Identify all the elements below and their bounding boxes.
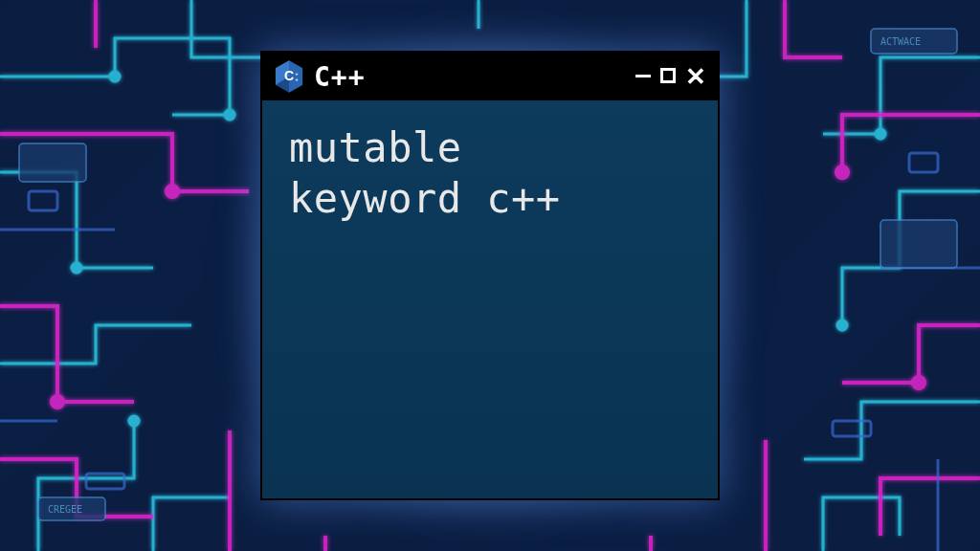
body-text: mutable keyword c++	[289, 123, 691, 224]
svg-point-10	[836, 166, 848, 178]
titlebar[interactable]: C + + C++ ✕	[262, 53, 718, 100]
body-line-1: mutable	[289, 123, 691, 174]
svg-point-4	[876, 129, 885, 139]
svg-point-3	[72, 263, 81, 273]
window-controls: ✕	[635, 64, 706, 89]
svg-point-1	[110, 72, 120, 81]
svg-text:+: +	[295, 77, 298, 82]
titlebar-left: C + + C++	[274, 59, 366, 94]
application-window: C + + C++ ✕ mutable keyword c++	[260, 51, 720, 500]
svg-point-7	[167, 186, 178, 197]
minimize-icon[interactable]	[635, 64, 651, 89]
svg-point-6	[129, 416, 139, 426]
svg-point-9	[913, 377, 924, 388]
svg-rect-16	[19, 143, 86, 182]
svg-point-8	[52, 396, 63, 408]
svg-point-5	[837, 320, 847, 330]
maximize-icon[interactable]	[660, 64, 676, 89]
cpp-logo-icon: C + +	[274, 59, 304, 94]
svg-rect-17	[880, 220, 957, 268]
close-icon[interactable]: ✕	[685, 64, 706, 89]
window-body: mutable keyword c++	[262, 100, 718, 498]
window-title: C++	[314, 61, 366, 93]
svg-text:C: C	[284, 68, 294, 83]
body-line-2: keyword c++	[289, 174, 691, 225]
svg-text:CREGEE: CREGEE	[48, 504, 82, 515]
svg-text:+: +	[295, 71, 298, 77]
svg-text:ACTWACE: ACTWACE	[880, 36, 921, 47]
